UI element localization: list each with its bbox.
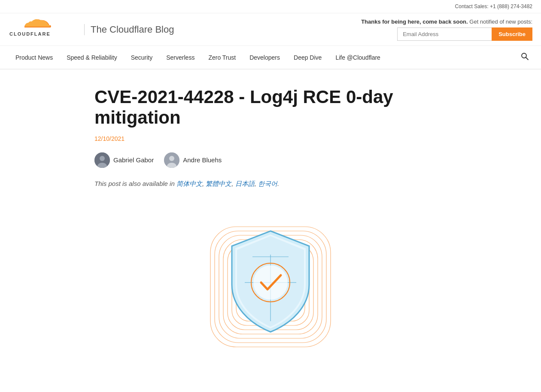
main-content: CVE-2021-44228 - Log4j RCE 0-day mitigat… [86, 70, 455, 392]
svg-point-22 [253, 265, 288, 300]
translation-link-japanese[interactable]: 日本語 [235, 180, 255, 187]
sidebar-item-deep-dive[interactable]: Deep Dive [287, 48, 328, 67]
avatar-gabriel [94, 152, 110, 168]
translation-link-traditional-chinese[interactable]: 繁體中文 [206, 180, 231, 187]
search-icon[interactable] [517, 46, 532, 69]
subscribe-form: Subscribe [397, 27, 532, 41]
author-name-gabriel: Gabriel Gabor [113, 156, 154, 164]
authors-section: Gabriel Gabor Andre Bluehs [94, 152, 447, 168]
author-name-andre: Andre Bluehs [183, 156, 222, 164]
translation-note: This post is also available in 简体中文, 繁體中… [94, 180, 447, 188]
contact-info: Contact Sales: +1 (888) 274-3482 [455, 3, 532, 9]
header: CLOUDFLARE The Cloudflare Blog Thanks fo… [0, 13, 541, 46]
sidebar-item-life-cloudflare[interactable]: Life @Cloudflare [328, 48, 387, 67]
post-title: CVE-2021-44228 - Log4j RCE 0-day mitigat… [94, 87, 447, 128]
author-gabriel: Gabriel Gabor [94, 152, 154, 168]
subscribe-text: Thanks for being here, come back soon. G… [361, 18, 532, 25]
svg-line-2 [526, 58, 529, 60]
cloudflare-logo[interactable]: CLOUDFLARE [9, 18, 77, 41]
blog-title: The Cloudflare Blog [84, 24, 174, 35]
avatar-andre [164, 152, 179, 168]
sidebar-item-developers[interactable]: Developers [243, 48, 287, 67]
sidebar-item-speed-reliability[interactable]: Speed & Reliability [60, 48, 124, 67]
sidebar-item-zero-trust[interactable]: Zero Trust [201, 48, 243, 67]
shield-svg [189, 205, 352, 368]
svg-point-7 [169, 156, 174, 161]
sidebar-item-serverless[interactable]: Serverless [159, 48, 201, 67]
translation-link-simplified-chinese[interactable]: 简体中文 [176, 180, 202, 187]
author-andre: Andre Bluehs [164, 152, 222, 168]
main-nav: Product News Speed & Reliability Securit… [0, 46, 541, 70]
cloudflare-logo-svg: CLOUDFLARE [9, 18, 77, 41]
translation-link-korean[interactable]: 한국어 [258, 180, 277, 187]
header-right: Thanks for being here, come back soon. G… [361, 18, 532, 41]
logo-area: CLOUDFLARE The Cloudflare Blog [9, 18, 174, 41]
top-bar: Contact Sales: +1 (888) 274-3482 [0, 0, 541, 13]
email-input[interactable] [397, 27, 492, 41]
svg-text:CLOUDFLARE: CLOUDFLARE [9, 31, 51, 36]
svg-point-4 [100, 156, 105, 161]
shield-illustration [94, 205, 447, 368]
subscribe-button[interactable]: Subscribe [492, 27, 532, 41]
sidebar-item-security[interactable]: Security [124, 48, 160, 67]
post-date: 12/10/2021 [94, 135, 447, 142]
sidebar-item-product-news[interactable]: Product News [9, 48, 60, 67]
